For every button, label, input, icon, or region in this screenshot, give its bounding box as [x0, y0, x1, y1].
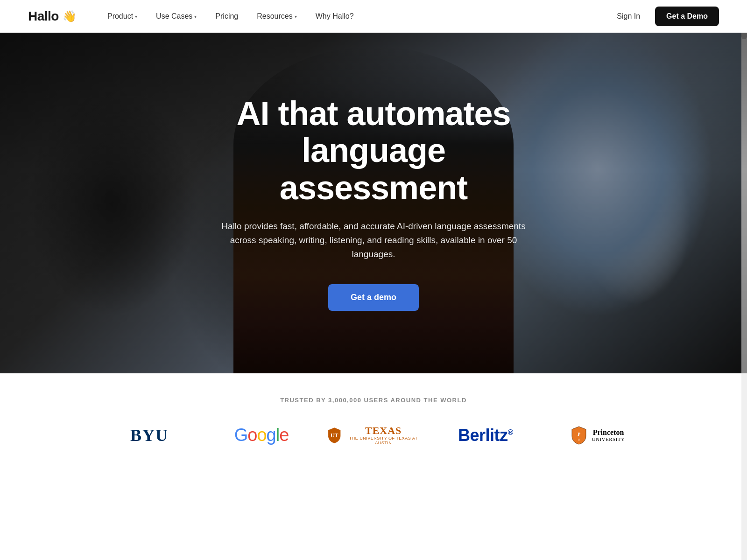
hero-title-line2: language assessment	[280, 132, 467, 206]
nav-label-usecases: Use Cases	[156, 12, 192, 21]
nav-link-product[interactable]: Product ▾	[100, 8, 145, 24]
navbar-left: Hallo 👋 Product ▾ Use Cases ▾ Pricing	[28, 8, 361, 24]
logo-byu: BYU	[93, 421, 205, 450]
nav-item-pricing: Pricing	[208, 8, 246, 24]
logo-texas: UT TEXAS The University of Texas at Aust…	[317, 421, 430, 450]
princeton-name: Princeton	[592, 428, 625, 437]
nav-link-resources[interactable]: Resources ▾	[249, 8, 304, 24]
trusted-label: TRUSTED BY 3,000,000 USERS AROUND THE WO…	[28, 397, 719, 404]
princeton-text-block: Princeton University	[592, 428, 625, 442]
nav-link-pricing[interactable]: Pricing	[208, 8, 246, 24]
texas-name: TEXAS	[346, 426, 420, 436]
texas-shield-icon: UT	[327, 426, 342, 445]
logo-princeton: P U Princeton University	[542, 421, 654, 450]
logo[interactable]: Hallo 👋	[28, 9, 77, 24]
google-e: e	[279, 425, 289, 445]
princeton-logo-container: P U Princeton University	[571, 426, 625, 445]
nav-link-usecases[interactable]: Use Cases ▾	[148, 8, 204, 24]
princeton-shield-icon: P U	[571, 426, 587, 445]
texas-logo-container: UT TEXAS The University of Texas at Aust…	[327, 426, 420, 445]
logo-text: Hallo	[28, 9, 59, 24]
texas-sub: The University of Texas at Austin	[346, 436, 420, 445]
nav-label-whyhallo: Why Hallo?	[316, 12, 354, 21]
logos-row: BYU Google UT TEXAS The University of Te…	[28, 420, 719, 450]
texas-text-block: TEXAS The University of Texas at Austin	[346, 426, 420, 445]
google-o1: o	[247, 425, 257, 445]
nav-label-pricing: Pricing	[215, 12, 238, 21]
nav-link-whyhallo[interactable]: Why Hallo?	[308, 8, 361, 24]
chevron-down-icon: ▾	[135, 14, 137, 19]
svg-text:U: U	[578, 438, 580, 441]
google-o2: o	[257, 425, 266, 445]
nav-label-resources: Resources	[257, 12, 292, 21]
svg-text:UT: UT	[331, 432, 338, 439]
hero-section: AI that automates language assessment Ha…	[0, 33, 747, 373]
chevron-down-icon-2: ▾	[194, 14, 197, 19]
hero-content: AI that automates language assessment Ha…	[187, 95, 560, 311]
nav-item-whyhallo: Why Hallo?	[308, 8, 361, 24]
nav-item-product: Product ▾	[100, 8, 145, 24]
nav-item-usecases: Use Cases ▾	[148, 8, 204, 24]
trusted-section: TRUSTED BY 3,000,000 USERS AROUND THE WO…	[0, 373, 747, 473]
hero-title-line1: AI that automates	[236, 95, 510, 132]
logo-google: Google	[205, 420, 317, 450]
logo-icon: 👋	[63, 10, 77, 23]
navbar-right: Sign In Get a Demo	[609, 7, 719, 26]
hero-subtitle: Hallo provides fast, affordable, and acc…	[215, 219, 532, 262]
nav-item-resources: Resources ▾	[249, 8, 304, 24]
hero-title: AI that automates language assessment	[205, 95, 542, 206]
get-demo-button-nav[interactable]: Get a Demo	[655, 7, 719, 26]
navbar: Hallo 👋 Product ▾ Use Cases ▾ Pricing	[0, 0, 747, 33]
byu-logo-text: BYU	[130, 426, 169, 445]
svg-text:P: P	[577, 432, 580, 437]
nav-links: Product ▾ Use Cases ▾ Pricing Resources …	[100, 8, 361, 24]
logo-berlitz: Berlitz®	[430, 421, 542, 450]
berlitz-logo-text: Berlitz®	[458, 426, 513, 445]
sign-in-button[interactable]: Sign In	[609, 8, 648, 24]
chevron-down-icon-3: ▾	[295, 14, 297, 19]
nav-label-product: Product	[107, 12, 133, 21]
princeton-sub: University	[592, 436, 625, 442]
google-g: G	[234, 425, 248, 445]
hero-cta-button[interactable]: Get a demo	[328, 284, 419, 311]
google-g2: g	[267, 425, 276, 445]
google-logo-text: Google	[234, 425, 289, 445]
